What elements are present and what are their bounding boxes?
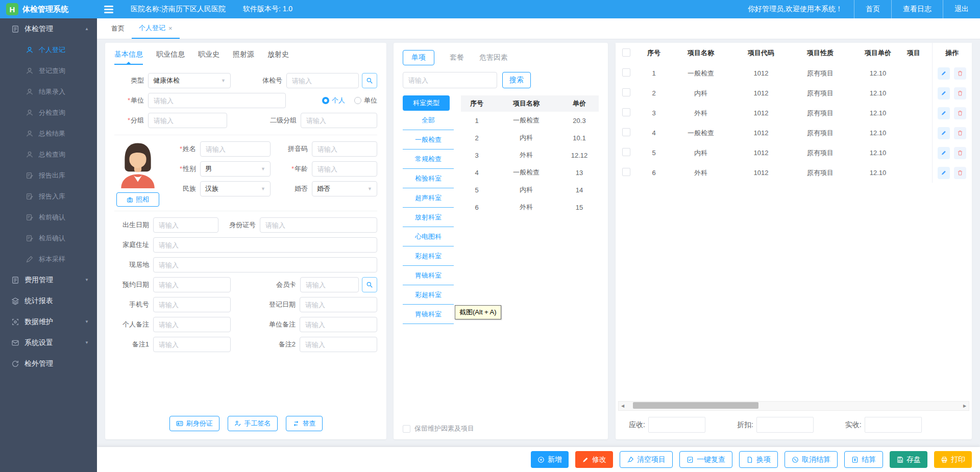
scroll-left-icon[interactable]: ◀ <box>619 404 627 408</box>
delete-button[interactable] <box>954 67 966 80</box>
exam-no-input[interactable] <box>286 73 359 88</box>
scroll-right-icon[interactable]: ▶ <box>961 404 969 408</box>
sidebar-item-overall-query[interactable]: 总检查询 <box>0 144 97 165</box>
category-item[interactable]: 胃镜科室 <box>403 305 454 324</box>
home-link[interactable]: 首页 <box>854 0 891 18</box>
scrollbar-track[interactable] <box>627 402 961 410</box>
exam-type-select[interactable]: 健康体检▼ <box>148 73 231 88</box>
residence-input[interactable] <box>153 257 377 272</box>
tab-basic-info[interactable]: 基本信息 <box>114 50 143 65</box>
take-photo-button[interactable]: 照相 <box>116 192 159 207</box>
sidebar-item-specimen-sampling[interactable]: 标本采样 <box>0 249 97 269</box>
manual-signature-button[interactable]: 手工签名 <box>228 416 278 431</box>
age-input[interactable] <box>312 161 377 177</box>
item-row[interactable]: 5 内科 14 <box>461 181 599 198</box>
category-item[interactable]: 一般检查 <box>403 130 454 150</box>
nation-select[interactable]: 汉族▼ <box>200 181 271 196</box>
category-item[interactable]: 超声科室 <box>403 188 454 208</box>
pinyin-input[interactable] <box>312 141 377 157</box>
sidebar-item-sub-exam-query[interactable]: 分检查询 <box>0 102 97 123</box>
tab-occupation-history[interactable]: 职业史 <box>198 50 219 65</box>
select-all-checkbox[interactable] <box>622 48 630 57</box>
category-header[interactable]: 科室类型 <box>403 95 450 111</box>
note2-input[interactable] <box>300 337 377 352</box>
name-input[interactable] <box>200 141 271 157</box>
cancel-settlement-button[interactable]: 取消结算 <box>785 451 838 468</box>
tab-occupation-info[interactable]: 职业信息 <box>156 50 185 65</box>
edit-button[interactable] <box>938 107 950 119</box>
item-row[interactable]: 2 内科 10.1 <box>461 129 599 146</box>
category-item[interactable]: 彩超科室 <box>403 285 454 305</box>
keep-factors-checkbox[interactable]: 保留维护因素及项目 <box>403 424 474 433</box>
one-click-recheck-button[interactable]: 一键复查 <box>679 451 732 468</box>
sidebar-item-system-settings[interactable]: 系统设置 ▼ <box>0 332 97 353</box>
exam-no-search-button[interactable] <box>362 73 377 88</box>
subgroup-input[interactable] <box>301 113 377 128</box>
sidebar-item-report-out[interactable]: 报告出库 <box>0 165 97 186</box>
gender-select[interactable]: 男▼ <box>200 161 271 177</box>
menu-toggle-icon[interactable] <box>104 6 113 13</box>
sidebar-item-post-exam-confirm[interactable]: 检后确认 <box>0 228 97 249</box>
edit-button[interactable] <box>938 67 950 80</box>
radio-personal[interactable]: 个人 <box>322 96 345 105</box>
tab-personal-registration[interactable]: 个人登记 × <box>132 18 180 39</box>
modify-button[interactable]: 修改 <box>575 451 613 468</box>
item-search-button[interactable]: 搜索 <box>502 72 531 88</box>
category-item[interactable]: 放射科室 <box>403 208 454 227</box>
view-logs-link[interactable]: 查看日志 <box>891 0 943 18</box>
category-item[interactable]: 胃镜科室 <box>403 266 454 285</box>
category-item[interactable]: 检验科室 <box>403 169 454 188</box>
row-checkbox[interactable] <box>622 88 630 96</box>
birth-date-input[interactable] <box>153 217 218 233</box>
marital-select[interactable]: 婚否▼ <box>312 181 377 196</box>
edit-button[interactable] <box>938 127 950 139</box>
appointment-date-input[interactable] <box>153 277 231 292</box>
row-checkbox[interactable] <box>622 148 630 156</box>
item-search-input[interactable] <box>403 72 497 88</box>
tab-package[interactable]: 套餐 <box>450 53 464 62</box>
member-card-search-button[interactable] <box>362 277 377 292</box>
phone-input[interactable] <box>153 297 231 312</box>
horizontal-scrollbar[interactable]: ◀ ▶ <box>618 401 969 411</box>
sidebar-item-personal-registration[interactable]: 个人登记 <box>0 39 97 60</box>
scrollbar-thumb[interactable] <box>633 402 758 409</box>
delete-button[interactable] <box>954 107 966 119</box>
category-item[interactable]: 常规检查 <box>403 150 454 169</box>
sidebar-item-pre-exam-confirm[interactable]: 检前确认 <box>0 207 97 228</box>
sidebar-item-registration-query[interactable]: 登记查询 <box>0 60 97 81</box>
delete-button[interactable] <box>954 167 966 179</box>
sidebar-item-external-exam[interactable]: 检外管理 <box>0 353 97 374</box>
substitute-check-button[interactable]: 替查 <box>286 416 323 431</box>
sidebar-item-data-maintenance[interactable]: 数据维护 ▼ <box>0 311 97 332</box>
category-item[interactable]: 心电图科 <box>403 227 454 246</box>
unit-note-input[interactable] <box>300 317 377 332</box>
swipe-id-card-button[interactable]: 刷身份证 <box>169 416 219 431</box>
tab-home[interactable]: 首页 <box>104 18 132 39</box>
settle-button[interactable]: 结算 <box>844 451 883 468</box>
radio-unit[interactable]: 单位 <box>354 96 377 105</box>
reg-date-input[interactable] <box>300 297 377 312</box>
row-checkbox[interactable] <box>622 128 630 136</box>
discount-input[interactable] <box>756 417 814 433</box>
tab-radiation-source[interactable]: 照射源 <box>233 50 254 65</box>
group-input[interactable] <box>148 113 227 128</box>
edit-button[interactable] <box>938 167 950 179</box>
save-button[interactable]: 存盘 <box>890 451 927 468</box>
logout-link[interactable]: 退出 <box>943 0 980 18</box>
sidebar-item-fee-mgmt[interactable]: 费用管理 ▼ <box>0 269 97 290</box>
delete-button[interactable] <box>954 87 966 100</box>
tab-radiation-history[interactable]: 放射史 <box>267 50 289 65</box>
item-row[interactable]: 4 一般检查 13 <box>461 164 599 181</box>
sidebar-item-result-entry[interactable]: 结果录入 <box>0 81 97 102</box>
delete-button[interactable] <box>954 147 966 159</box>
category-item[interactable]: 全部 <box>403 111 454 130</box>
close-icon[interactable]: × <box>168 24 173 32</box>
note1-input[interactable] <box>153 337 231 352</box>
add-button[interactable]: 新增 <box>531 451 569 468</box>
unit-input[interactable] <box>148 93 286 108</box>
member-card-input[interactable] <box>300 277 359 292</box>
category-item[interactable]: 彩超科室 <box>403 246 454 266</box>
tab-single-item[interactable]: 单项 <box>403 50 434 65</box>
edit-button[interactable] <box>938 87 950 100</box>
sidebar-item-overall-result[interactable]: 总检结果 <box>0 123 97 144</box>
